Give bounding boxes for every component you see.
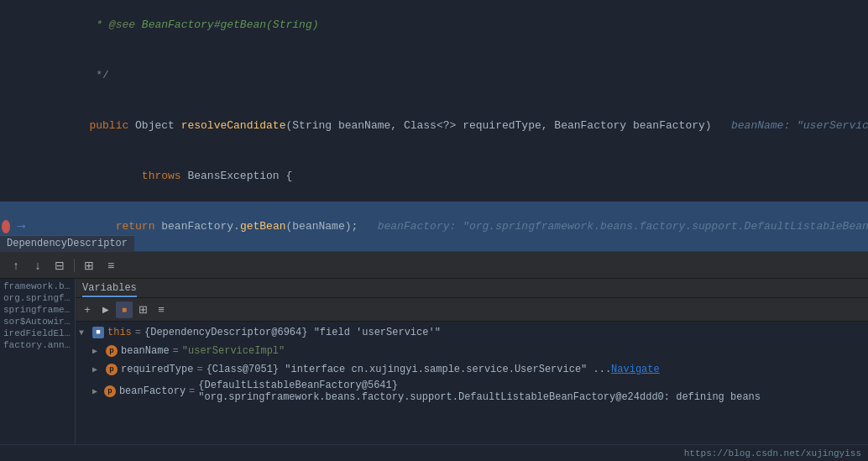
- var-value-beanname: "userServiceImpl": [182, 345, 285, 357]
- toolbar-divider: [74, 259, 75, 272]
- variables-tab-header: Variables: [76, 279, 868, 298]
- expand-arrow-this: ▼: [79, 328, 92, 338]
- add-button[interactable]: +: [79, 301, 96, 318]
- line-content: * @see BeanFactory#getBean(String): [34, 0, 868, 50]
- var-icon-requiredtype: p: [106, 364, 118, 375]
- down-button[interactable]: ↓: [29, 256, 47, 275]
- line-content: throws BeansException {: [34, 151, 868, 202]
- line-gutter-breakpoint: →: [0, 218, 34, 235]
- debugger-toolbar: ↑ ↓ ⊟ ⊞ ≡: [0, 252, 868, 279]
- var-name-this: this: [107, 327, 132, 338]
- code-line: * @see BeanFactory#getBean(String): [0, 0, 868, 50]
- var-value-requiredtype: {Class@7051} "interface cn.xujingyi.samp…: [207, 364, 611, 375]
- variables-panel: Variables + ▶ ■ ⊞ ≡ ▼ ■ this = {Dependen…: [76, 279, 868, 444]
- variables-tab-label[interactable]: Variables: [82, 282, 137, 297]
- expand-arrow-beanfactory: ▶: [92, 386, 104, 396]
- var-value-this: {DependencyDescriptor@6964} "field 'user…: [144, 327, 441, 338]
- var-eq-beanname: =: [173, 345, 179, 357]
- sidebar-item-3[interactable]: springframework: [0, 304, 75, 316]
- var-eq-beanfactory: =: [189, 385, 195, 397]
- breakpoint-marker: [2, 220, 10, 233]
- sidebar-item-2[interactable]: org.springframe: [0, 292, 75, 304]
- line-content: */: [34, 50, 868, 101]
- bottom-content: framework.bean org.springframe springfra…: [0, 279, 868, 444]
- var-name-beanname: beanName: [121, 345, 170, 357]
- columns-button[interactable]: ≡: [102, 256, 120, 275]
- expand-arrow-beanname: ▶: [92, 346, 106, 356]
- up-button[interactable]: ↑: [7, 256, 25, 275]
- var-icon-beanfactory: p: [104, 385, 116, 397]
- sidebar-item-4[interactable]: sor$Autowired: [0, 316, 75, 327]
- code-line: throws BeansException {: [0, 151, 868, 202]
- status-url: https://blog.csdn.net/xujingyiss: [684, 448, 861, 458]
- sidebar-item-1[interactable]: framework.bean: [0, 280, 75, 292]
- left-sidebar: framework.bean org.springframe springfra…: [0, 279, 76, 444]
- status-bar: https://blog.csdn.net/xujingyiss: [0, 444, 868, 461]
- navigate-link-requiredtype[interactable]: Navigate: [611, 364, 660, 375]
- code-line: public Object resolveCandidate(String be…: [0, 101, 868, 151]
- var-eq-this: =: [135, 327, 141, 338]
- expand-button[interactable]: ▶: [97, 301, 114, 318]
- var-row-requiredtype[interactable]: ▶ p requiredType = {Class@7051} "interfa…: [76, 360, 868, 379]
- var-icon-beanname: p: [106, 345, 118, 357]
- code-editor: * @see BeanFactory#getBean(String) */ pu…: [0, 0, 868, 252]
- var-row-beanname[interactable]: ▶ p beanName = "userServiceImpl": [76, 342, 868, 360]
- sidebar-item-5[interactable]: iredFieldElement: [0, 327, 75, 339]
- code-line: */: [0, 50, 868, 101]
- tooltip-text: DependencyDescriptor: [7, 238, 128, 249]
- bottom-panel: ↑ ↓ ⊟ ⊞ ≡ framework.bean org.springframe…: [0, 252, 868, 461]
- execution-arrow: →: [17, 218, 25, 235]
- var-row-beanfactory[interactable]: ▶ p beanFactory = {DefaultListableBeanFa…: [76, 379, 868, 404]
- var-eq-requiredtype: =: [196, 364, 202, 375]
- expand-arrow-requiredtype: ▶: [92, 364, 106, 375]
- line-content: public Object resolveCandidate(String be…: [34, 101, 868, 151]
- var-row-this[interactable]: ▼ ■ this = {DependencyDescriptor@6964} "…: [76, 323, 868, 342]
- columns-view-button[interactable]: ≡: [153, 301, 170, 318]
- var-name-requiredtype: requiredType: [121, 364, 193, 375]
- filter-button[interactable]: ⊟: [50, 256, 69, 275]
- table-view-button[interactable]: ⊞: [134, 301, 151, 318]
- line-content: return beanFactory.getBean(beanName); be…: [34, 202, 868, 252]
- var-value-beanfactory: {DefaultListableBeanFactory@5641} "org.s…: [198, 380, 865, 403]
- this-button[interactable]: ■: [116, 301, 133, 318]
- variables-toolbar: + ▶ ■ ⊞ ≡: [76, 298, 868, 322]
- var-icon-this: ■: [92, 327, 104, 338]
- variables-content: ▼ ■ this = {DependencyDescriptor@6964} "…: [76, 322, 868, 406]
- tooltip: DependencyDescriptor: [0, 235, 134, 251]
- var-name-beanfactory: beanFactory: [119, 385, 186, 397]
- sidebar-item-6[interactable]: factory.annota: [0, 339, 75, 351]
- table-button[interactable]: ⊞: [80, 256, 98, 275]
